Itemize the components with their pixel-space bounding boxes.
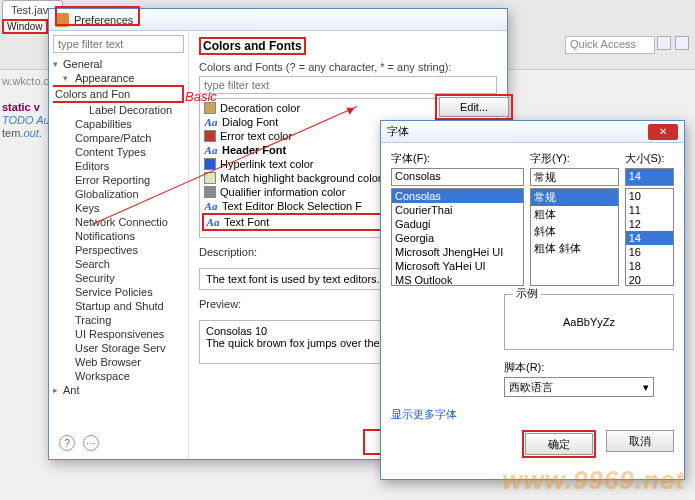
toolbar-icon[interactable] [657,36,671,50]
tree-item[interactable]: Content Types [53,145,184,159]
tree-item[interactable]: Compare/Patch [53,131,184,145]
tree-item[interactable]: Web Browser [53,355,184,369]
font-list[interactable]: Consolas CourierThai Gadugi Georgia Micr… [391,188,524,286]
tree-item[interactable]: User Storage Serv [53,341,184,355]
tree-item[interactable]: Workspace [53,369,184,383]
toolbar-icon[interactable] [675,36,689,50]
font-filter-input[interactable] [199,76,497,94]
dialog-title: Preferences [74,14,133,26]
font-label: 字体(F): [391,151,524,166]
basic-annotation: Basic [185,89,217,104]
tree-item[interactable]: Label Decoration [53,103,184,117]
tree-item[interactable]: Network Connectio [53,215,184,229]
tree-item[interactable]: Search [53,257,184,271]
tree-item[interactable]: Service Policies [53,285,184,299]
cancel-button[interactable]: 取消 [606,430,674,452]
script-select[interactable]: 西欧语言▾ [504,377,654,397]
prefs-icon [55,13,69,27]
style-list[interactable]: 常规 粗体 斜体 粗体 斜体 [530,188,619,286]
window-menu[interactable]: Window [2,19,48,34]
dialog-titlebar[interactable]: Preferences [49,9,507,31]
font-size-input[interactable]: 14 [625,168,674,186]
tree-item[interactable]: Startup and Shutd [53,299,184,313]
tree-item[interactable]: UI Responsivenes [53,327,184,341]
size-label: 大小(S): [625,151,674,166]
tree-item[interactable]: Security [53,271,184,285]
script-label: 脚本(R): [504,360,674,375]
sample-box: 示例 AaBbYyZz [504,294,674,350]
help-icon[interactable]: ? [59,435,75,451]
page-title: Colors and Fonts [199,37,306,55]
font-name-input[interactable]: Consolas [391,168,524,186]
quick-access-input[interactable]: Quick Access [565,36,655,54]
chevron-down-icon: ▾ [643,381,649,394]
ok-button[interactable]: 确定 [525,433,593,455]
preferences-tree[interactable]: ▾General ▾Appearance Colors and Fon Labe… [53,57,184,455]
size-list[interactable]: 10 11 12 14 16 18 20 [625,188,674,286]
close-icon[interactable]: ✕ [648,124,678,140]
dialog-titlebar[interactable]: 字体 ✕ [381,121,684,143]
annotation-box [435,94,513,120]
tree-item[interactable]: Error Reporting [53,173,184,187]
tree-item[interactable]: Perspectives [53,243,184,257]
font-style-input[interactable]: 常规 [530,168,619,186]
tree-item[interactable]: Keys [53,201,184,215]
tree-item[interactable]: Capabilities [53,117,184,131]
style-label: 字形(Y): [530,151,619,166]
tree-filter-input[interactable] [53,35,184,53]
code-editor: w.wkcto.c static v TODO Aut tem.out. [0,75,55,140]
import-export-icon[interactable]: ⋯ [83,435,99,451]
hint-text: Colors and Fonts (? = any character, * =… [199,61,497,73]
tree-item-colors-fonts[interactable]: Colors and Fon [53,85,184,103]
tree-item[interactable]: Editors [53,159,184,173]
more-fonts-link[interactable]: 显示更多字体 [391,407,457,422]
dialog-title: 字体 [387,124,409,139]
tree-item[interactable]: Notifications [53,229,184,243]
tree-item[interactable]: Tracing [53,313,184,327]
font-dialog: 字体 ✕ 字体(F): Consolas Consolas CourierTha… [380,120,685,480]
tree-item[interactable]: Globalization [53,187,184,201]
